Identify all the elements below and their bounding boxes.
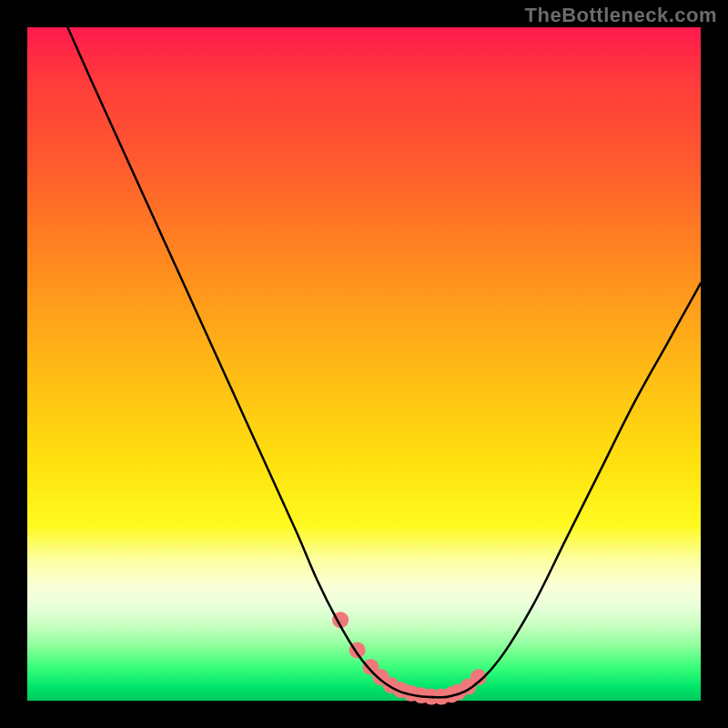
bottleneck-curve-path — [67, 27, 701, 697]
plot-area — [27, 27, 701, 701]
chart-frame: TheBottleneck.com — [0, 0, 728, 728]
curve-svg — [27, 27, 701, 701]
watermark-text: TheBottleneck.com — [525, 4, 717, 27]
